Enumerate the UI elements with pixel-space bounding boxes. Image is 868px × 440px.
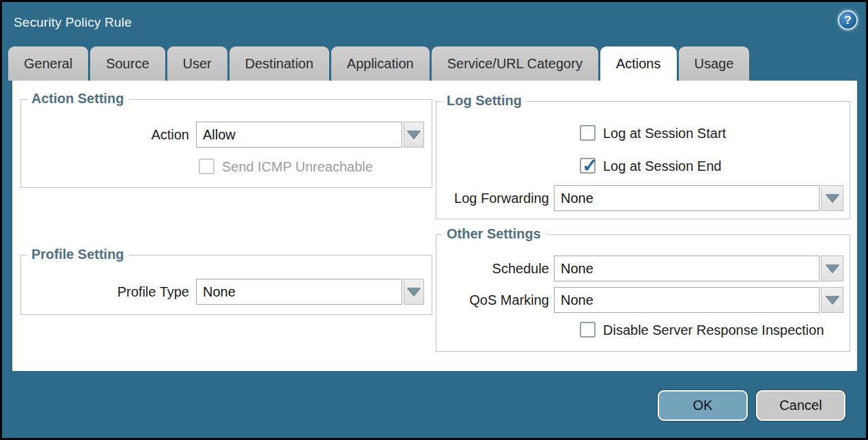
- action-label: Action: [21, 122, 189, 148]
- schedule-dropdown-value[interactable]: None: [554, 256, 820, 281]
- chevron-down-icon: [826, 194, 839, 202]
- schedule-dropdown-button[interactable]: [821, 256, 843, 281]
- security-policy-rule-dialog: Security Policy Rule ? General Source Us…: [0, 0, 868, 440]
- log-session-end-checkbox[interactable]: [580, 158, 596, 174]
- chevron-down-icon: [826, 296, 839, 304]
- profile-setting-legend: Profile Setting: [27, 247, 129, 262]
- qos-marking-label: QoS Marking: [436, 287, 549, 313]
- log-forwarding-dropdown[interactable]: None: [554, 185, 843, 211]
- ok-button[interactable]: OK: [658, 390, 748, 421]
- dialog-title: Security Policy Rule: [14, 15, 132, 30]
- profile-type-label: Profile Type: [21, 279, 189, 305]
- log-session-start-label: Log at Session Start: [603, 124, 726, 142]
- disable-server-response-inspection-label: Disable Server Response Inspection: [603, 321, 824, 339]
- other-settings-legend: Other Settings: [442, 226, 546, 242]
- qos-marking-dropdown-button[interactable]: [821, 287, 843, 313]
- tab-actions[interactable]: Actions: [600, 46, 677, 81]
- log-setting-legend: Log Setting: [442, 93, 527, 109]
- tab-user[interactable]: User: [167, 46, 227, 81]
- tab-general[interactable]: General: [8, 46, 88, 81]
- log-forwarding-label: Log Forwarding: [436, 185, 549, 211]
- help-icon[interactable]: ?: [838, 10, 858, 30]
- profile-type-dropdown[interactable]: None: [196, 279, 424, 305]
- log-forwarding-dropdown-button[interactable]: [821, 185, 843, 211]
- log-session-start-checkbox[interactable]: [580, 125, 596, 141]
- schedule-label: Schedule: [436, 256, 549, 281]
- tab-application[interactable]: Application: [331, 46, 430, 81]
- send-icmp-unreachable-label: Send ICMP Unreachable: [222, 158, 373, 176]
- tab-source[interactable]: Source: [90, 46, 165, 81]
- action-dropdown-value[interactable]: Allow: [196, 122, 402, 148]
- tab-bar: General Source User Destination Applicat…: [8, 46, 751, 81]
- disable-server-response-inspection-checkbox[interactable]: [580, 322, 596, 338]
- action-dropdown-button[interactable]: [404, 122, 424, 148]
- profile-type-dropdown-value[interactable]: None: [196, 279, 402, 305]
- chevron-down-icon: [826, 264, 839, 273]
- tab-destination[interactable]: Destination: [229, 46, 329, 81]
- tab-service-url-category[interactable]: Service/URL Category: [432, 46, 598, 81]
- action-dropdown[interactable]: Allow: [196, 122, 424, 148]
- other-settings-group: Other Settings Schedule None QoS Marking…: [436, 234, 850, 352]
- qos-marking-dropdown[interactable]: None: [554, 287, 843, 313]
- qos-marking-dropdown-value[interactable]: None: [554, 287, 820, 313]
- profile-type-dropdown-button[interactable]: [404, 279, 424, 305]
- chevron-down-icon: [407, 130, 421, 139]
- cancel-button[interactable]: Cancel: [756, 390, 845, 421]
- tab-usage[interactable]: Usage: [679, 46, 750, 81]
- action-setting-legend: Action Setting: [27, 91, 129, 107]
- log-forwarding-dropdown-value[interactable]: None: [554, 185, 820, 211]
- chevron-down-icon: [407, 288, 421, 296]
- log-session-end-label: Log at Session End: [603, 157, 721, 175]
- schedule-dropdown[interactable]: None: [554, 256, 843, 281]
- profile-setting-group: Profile Setting Profile Type None: [20, 255, 432, 315]
- log-setting-group: Log Setting Log at Session Start Log at …: [436, 101, 850, 219]
- action-setting-group: Action Setting Action Allow Send ICMP Un…: [20, 99, 432, 188]
- send-icmp-unreachable-checkbox: [199, 159, 214, 174]
